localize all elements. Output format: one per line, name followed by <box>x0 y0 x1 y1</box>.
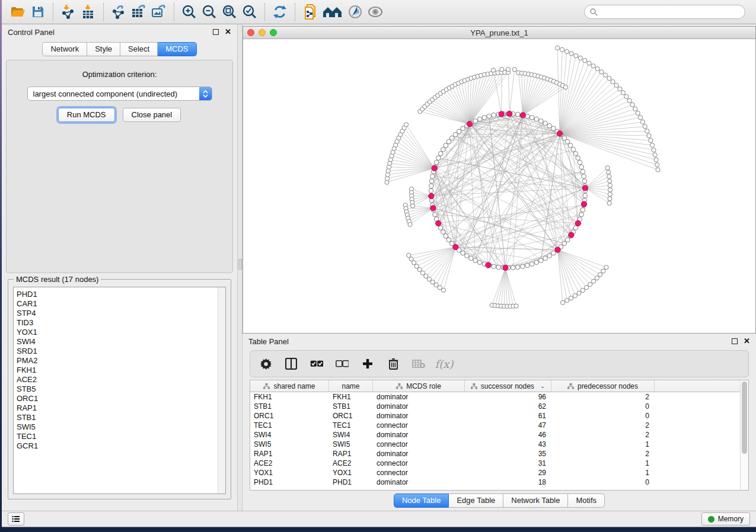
table-cell: connector <box>373 459 465 468</box>
table-panel-close-icon[interactable]: ✕ <box>744 338 750 344</box>
mcds-result-node[interactable]: ORC1 <box>17 394 218 403</box>
table-cell <box>655 477 740 487</box>
zoom-out-icon[interactable] <box>199 2 219 21</box>
table-cell: dominator <box>373 392 465 402</box>
mcds-result-group: MCDS result (17 nodes) PHD1CAR1STP4TID3Y… <box>8 279 231 499</box>
mcds-result-list[interactable]: PHD1CAR1STP4TID3YOX1SWI4SRD1PMA2FKH1ACE2… <box>14 287 218 493</box>
column-header-MCDS-role[interactable]: MCDS role <box>373 380 465 392</box>
mcds-result-node[interactable]: SWI5 <box>17 422 218 432</box>
mcds-result-node[interactable]: PHD1 <box>17 290 218 299</box>
column-header-predecessor-nodes[interactable]: predecessor nodes <box>551 380 655 392</box>
table-row[interactable]: YOX1YOX1connector291 <box>250 468 740 477</box>
table-row[interactable]: RAP1RAP1dominator352 <box>250 449 740 459</box>
table-row[interactable]: FKH1FKH1dominator962 <box>250 392 740 402</box>
table-row[interactable]: PHD1PHD1dominator180 <box>250 477 740 487</box>
tab-mcds[interactable]: MCDS <box>158 42 196 56</box>
mcds-result-node[interactable]: SWI4 <box>17 337 218 347</box>
splitter-handle-icon[interactable] <box>238 259 242 270</box>
mcds-result-node[interactable]: STB5 <box>17 384 218 394</box>
table-cell: RAP1 <box>329 449 373 459</box>
table-toolbar: f(x) <box>250 350 749 377</box>
tab-select[interactable]: Select <box>120 42 158 56</box>
control-panel-close-icon[interactable]: ✕ <box>225 29 231 35</box>
tab-style[interactable]: Style <box>87 42 120 56</box>
table-scrollbar-thumb[interactable] <box>742 382 747 454</box>
mcds-result-node[interactable]: CAR1 <box>17 299 218 309</box>
table-row[interactable]: SWI4SWI4dominator462 <box>250 430 740 440</box>
network-home-icon[interactable] <box>320 2 345 21</box>
import-table-icon[interactable] <box>78 2 98 21</box>
table-scrollbar[interactable] <box>740 380 748 490</box>
column-header-shared-name[interactable]: shared name <box>250 380 329 392</box>
table-cell: 2 <box>551 430 655 440</box>
result-list-scrollbar[interactable] <box>218 287 225 493</box>
table-tab-edge-table[interactable]: Edge Table <box>449 493 503 508</box>
table-row[interactable]: TEC1TEC1connector472 <box>250 421 740 430</box>
criterion-dropdown[interactable]: largest connected component (undirected) <box>27 86 212 101</box>
table-row[interactable]: STB1STB1dominator620 <box>250 402 740 411</box>
mcds-result-node[interactable]: TEC1 <box>17 432 218 441</box>
open-session-icon[interactable] <box>8 2 28 21</box>
table-cell: 43 <box>465 440 551 449</box>
memory-status-button[interactable]: Memory <box>701 512 750 525</box>
panel-splitter[interactable] <box>237 24 243 511</box>
status-bar: Memory <box>2 511 756 527</box>
table-row[interactable]: SWI5SWI5connector431 <box>250 440 740 449</box>
table-tab-node-table[interactable]: Node Table <box>394 493 449 508</box>
zoom-selected-icon[interactable] <box>240 2 260 21</box>
save-session-icon[interactable] <box>28 2 48 21</box>
search-field[interactable] <box>584 5 745 19</box>
network-canvas[interactable] <box>243 39 755 333</box>
table-cell: SWI5 <box>250 440 329 449</box>
mcds-result-node[interactable]: TID3 <box>17 318 218 328</box>
window-minimize-icon[interactable] <box>259 29 266 36</box>
table-row[interactable]: ORC1ORC1dominator610 <box>250 411 740 421</box>
run-mcds-button[interactable]: Run MCDS <box>58 108 115 122</box>
mcds-result-node[interactable]: FKH1 <box>17 366 218 375</box>
table-row[interactable]: ACE2ACE2connector311 <box>250 459 740 468</box>
export-network-icon[interactable] <box>109 2 129 21</box>
delete-table-icon <box>412 357 426 371</box>
zoom-in-icon[interactable] <box>179 2 199 21</box>
window-close-icon[interactable] <box>247 29 254 36</box>
new-network-from-selection-icon[interactable] <box>300 2 320 21</box>
mcds-result-node[interactable]: STP4 <box>17 309 218 318</box>
task-history-icon[interactable] <box>8 512 24 525</box>
mcds-result-node[interactable]: ACE2 <box>17 375 218 384</box>
refresh-view-icon[interactable] <box>270 2 290 21</box>
mcds-result-node[interactable]: GCR1 <box>17 441 218 451</box>
import-network-icon[interactable] <box>58 2 78 21</box>
mcds-result-node[interactable]: RAP1 <box>17 403 218 413</box>
window-zoom-icon[interactable] <box>270 29 277 36</box>
mcds-result-node[interactable]: YOX1 <box>17 328 218 337</box>
delete-column-trash-icon[interactable] <box>386 357 400 371</box>
tab-network[interactable]: Network <box>42 42 87 56</box>
table-settings-gear-icon[interactable] <box>259 357 273 371</box>
select-all-rows-icon[interactable] <box>310 357 324 371</box>
deselect-all-rows-icon[interactable] <box>335 357 349 371</box>
mcds-result-node[interactable]: STB1 <box>17 413 218 422</box>
show-graphics-details-icon[interactable] <box>365 2 385 21</box>
hide-annotations-icon[interactable] <box>345 2 365 21</box>
table-cell: 47 <box>465 421 551 430</box>
column-type-icon <box>471 383 477 389</box>
close-panel-button[interactable]: Close panel <box>123 108 181 122</box>
export-table-icon[interactable] <box>129 2 149 21</box>
table-tab-network-table[interactable]: Network Table <box>503 493 568 508</box>
table-tab-motifs[interactable]: Motifs <box>568 493 605 508</box>
export-image-icon[interactable] <box>149 2 169 21</box>
mcds-result-node[interactable]: PMA2 <box>17 356 218 366</box>
search-input[interactable] <box>598 8 745 16</box>
network-window-titlebar[interactable]: YPA_prune.txt_1 <box>243 27 755 39</box>
control-panel-float-icon[interactable] <box>213 29 219 35</box>
mcds-result-node[interactable]: SRD1 <box>17 347 218 356</box>
table-panel-float-icon[interactable] <box>732 338 738 344</box>
column-header-name[interactable]: name <box>329 380 373 392</box>
table-cell <box>655 402 740 411</box>
sort-menu-chevron-icon[interactable]: ⌄ <box>540 383 545 389</box>
add-column-icon[interactable] <box>361 357 375 371</box>
split-table-view-icon[interactable] <box>284 357 298 371</box>
zoom-fit-icon[interactable] <box>219 2 240 21</box>
dropdown-stepper-icon <box>199 87 212 100</box>
column-header-successor-nodes[interactable]: successor nodes⌄ <box>465 380 551 392</box>
